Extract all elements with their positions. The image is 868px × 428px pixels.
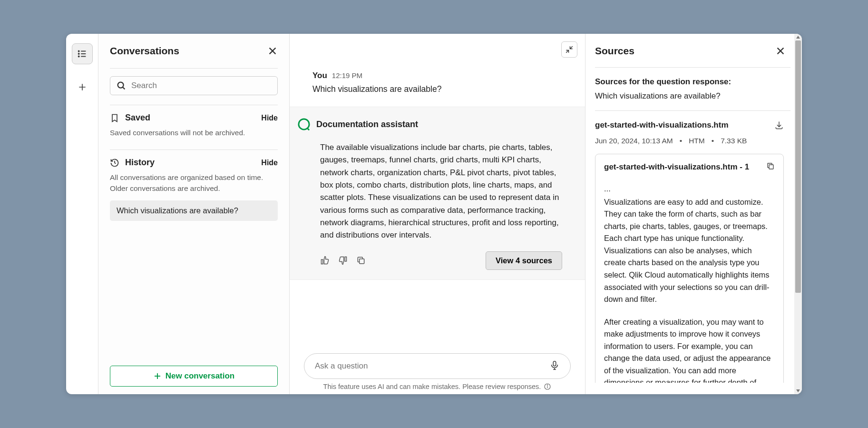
assistant-name: Documentation assistant [316,119,418,129]
svg-marker-28 [796,36,800,39]
window-scrollbar[interactable] [794,34,802,394]
snippet-p1: Visualizations are easy to add and custo… [604,196,775,306]
snippet-title: get-started-with-visualizations.htm - 1 [604,162,749,172]
svg-line-11 [123,87,125,89]
svg-rect-18 [360,259,364,264]
user-text: Which visualizations are available? [312,84,562,94]
scrollbar-thumb[interactable] [795,40,801,293]
svg-rect-19 [553,361,556,366]
close-icon [267,46,278,56]
assistant-text: The available visualizations include bar… [320,141,562,242]
messages-scroll[interactable]: You 12:19 PM Which visualizations are av… [290,34,585,347]
file-size: 7.33 KB [721,137,747,145]
assistant-avatar-icon [297,118,311,131]
svg-point-0 [78,50,79,51]
history-icon [110,158,119,168]
download-button[interactable] [774,120,784,132]
sources-scroll[interactable]: get-started-with-visualizations.htm Jun … [595,120,790,383]
thumbs-up-button[interactable] [320,256,330,265]
plus-icon [153,372,162,380]
assistant-message: Documentation assistant The available vi… [290,107,585,280]
saved-desc: Saved conversations will not be archived… [110,128,278,138]
snippet-p2: After creating a visualization, you may … [604,316,775,383]
sources-question: Which visualizations are available? [595,91,790,111]
copy-response-button[interactable] [356,256,366,265]
sidebar-title: Conversations [110,45,179,57]
thumbs-down-button[interactable] [338,256,348,265]
svg-line-17 [307,128,309,130]
conversations-sidebar: Conversations Saved Hide Saved conversat… [98,34,290,394]
conversations-rail-button[interactable] [72,43,93,64]
copy-icon [766,162,775,170]
hide-saved-button[interactable]: Hide [261,114,278,122]
svg-point-2 [78,53,79,54]
user-time: 12:19 PM [332,71,362,80]
svg-rect-27 [769,165,773,169]
plus-icon [78,82,87,92]
chat-main: You 12:19 PM Which visualizations are av… [290,34,585,394]
history-item[interactable]: Which visualizations are available? [110,200,278,221]
bookmark-icon [110,113,119,123]
mic-icon [549,360,560,370]
left-rail [66,34,98,394]
close-icon [775,46,786,56]
disclaimer: This feature uses AI and can make mistak… [304,383,571,390]
sources-subtitle: Sources for the question response: [595,77,790,87]
saved-label: Saved [125,113,150,123]
scroll-up-arrow-icon [795,34,801,40]
file-date: Jun 20, 2024, 10:13 AM [595,137,673,145]
thumbs-up-icon [320,256,330,265]
svg-line-15 [566,50,568,53]
file-type: HTM [689,137,705,145]
mic-button[interactable] [549,360,560,372]
copy-icon [356,256,366,265]
list-icon [77,49,88,59]
close-sources-button[interactable] [775,46,786,56]
user-name: You [312,71,327,80]
new-conversation-label: New conversation [166,371,235,381]
svg-line-14 [570,46,573,49]
new-conversation-button[interactable]: New conversation [110,366,278,387]
question-input-wrap[interactable] [304,353,571,379]
collapse-icon [565,45,574,54]
sources-panel: Sources Sources for the question respons… [585,34,794,394]
collapse-button[interactable] [561,41,577,58]
history-desc: All conversations are organized based on… [110,172,278,194]
svg-marker-29 [796,389,800,392]
sources-title: Sources [595,45,634,57]
thumbs-down-icon [338,256,348,265]
svg-point-10 [118,82,124,88]
app-window: Conversations Saved Hide Saved conversat… [66,34,802,394]
svg-point-24 [547,385,548,385]
close-sidebar-button[interactable] [267,46,278,56]
new-chat-rail-button[interactable] [72,77,93,98]
history-label: History [125,158,155,168]
input-area: This feature uses AI and can make mistak… [290,347,585,394]
question-input[interactable] [315,361,549,371]
search-input[interactable] [131,81,272,90]
info-icon [544,383,551,390]
search-input-wrap[interactable] [110,76,278,95]
source-file-name: get-started-with-visualizations.htm [595,120,729,130]
search-icon [116,80,127,91]
scroll-down-arrow-icon [795,388,801,394]
disclaimer-text: This feature uses AI and can make mistak… [323,383,541,390]
user-message: You 12:19 PM Which visualizations are av… [290,71,585,107]
view-sources-button[interactable]: View 4 sources [486,251,562,270]
snippet-body: ... Visualizations are easy to add and c… [604,183,775,383]
hide-history-button[interactable]: Hide [261,159,278,167]
snippet-card: get-started-with-visualizations.htm - 1 … [595,154,784,383]
copy-snippet-button[interactable] [766,162,775,172]
svg-point-4 [78,56,79,57]
snippet-ellipsis: ... [604,183,775,195]
source-file-meta: Jun 20, 2024, 10:13 AM • HTM • 7.33 KB [595,137,784,145]
download-icon [774,120,784,130]
